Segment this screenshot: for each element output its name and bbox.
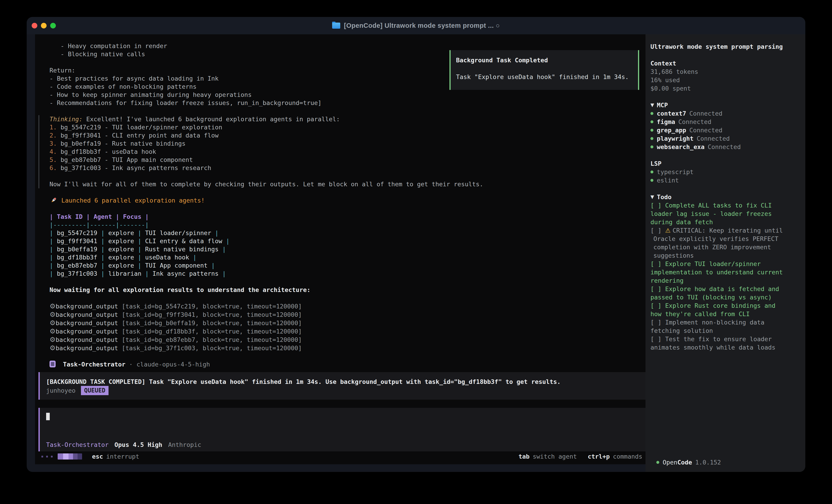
prompt-input[interactable]: Task-Orchestrator Opus 4.5 High Anthropi… [38,408,646,451]
folder-icon [332,23,340,29]
text-segment: | [97,246,108,253]
background-task-completed-panel: [BACKGROUND TASK COMPLETED] Task "Explor… [38,372,646,400]
text-segment: 6. [50,164,60,171]
mcp-name: context7 [657,109,686,118]
terminal-line [35,352,646,360]
mcp-status: Connected [690,126,722,134]
mcp-item: context7Connected [650,109,805,118]
terminal-line: 4. bg_df18bb3f - useData hook [38,148,646,156]
todo-item: [ ] Complete ALL tasks to fix CLI loader… [650,201,788,226]
terminal-line: ⚙background_output [task_id=bg_37f1c003,… [35,344,646,352]
todo-heading: Todo [657,193,672,201]
titlebar[interactable]: [OpenCode] Ultrawork mode system prompt … [27,17,805,34]
input-footer: Task-Orchestrator Opus 4.5 High Anthropi… [46,441,639,448]
text-segment: background_output [56,336,122,343]
lsp-heading: LSP [650,160,805,168]
text-segment: | [218,246,226,253]
todo-item: [ ] Explore Rust core bindings and how t… [650,302,788,318]
mcp-heading: MCP [657,101,668,109]
minimize-button[interactable] [41,23,47,28]
text-segment: - Blocking native calls [50,51,145,58]
text-segment: CLI entry & data flow [145,237,222,245]
terminal-line: ⚙background_output [task_id=bg_b0effa19,… [35,319,646,327]
background-task-toast[interactable]: Background Task Completed Task "Explore … [449,50,639,90]
todo-text: Explore Rust core bindings and how they'… [650,302,779,317]
text-segment: Ink async patterns [152,270,218,277]
text-segment: background_output [56,344,122,352]
text-segment: | [218,270,226,277]
text-segment: bg_37f1c003 [57,270,98,277]
text-segment: | [50,237,57,245]
window-title: [OpenCode] Ultrawork mode system prompt … [344,22,500,29]
terminal-line: 2. bg_f9ff3041 - CLI entry point and dat… [38,132,646,140]
mcp-section-header[interactable]: ▼ MCP [650,101,805,109]
terminal-line: - Recommendations for fixing loader free… [35,99,646,107]
toast-body: Task "Explore useData hook" finished in … [456,73,632,81]
queued-badge: QUEUED [81,386,108,395]
terminal-line [35,278,646,286]
brand-code: Code [677,458,692,467]
todo-section-header[interactable]: ▼ Todo [650,193,805,201]
todo-checkbox: [ ] [650,336,665,342]
zoom-button[interactable] [50,23,56,28]
text-segment: explore [108,262,134,269]
terminal-pane[interactable]: - Heavy computation in render - Blocking… [35,34,646,464]
todo-checkbox: [ ] [650,227,665,234]
text-segment: | [189,254,197,261]
text-segment: background_output [56,328,122,335]
terminal-line: Now I'll wait for all of them to complet… [38,180,646,188]
terminal-line: | bg_f9ff3041 | explore | CLI entry & da… [35,237,646,245]
toast-title: Background Task Completed [456,56,632,64]
agent-name: Task-Orchestrator [46,441,108,448]
text-segment: | [211,229,218,236]
spacer [650,92,805,101]
app-version: 1.0.152 [695,458,721,467]
text-segment: Launched 6 parallel exploration agents! [58,197,205,204]
terminal-line [35,188,646,196]
username: junhoyeo [46,386,76,395]
text-segment: | [50,246,57,253]
terminal-line [35,107,646,115]
text-segment: explore [108,246,134,253]
spinner-segment [78,453,82,459]
text-segment: | [134,229,145,236]
warning-icon: ⚠ [665,227,673,234]
text-segment: Return: [50,67,75,74]
spacer [650,151,805,160]
text-segment: - How to keep spinner animating during h… [50,91,252,98]
todo-text: Complete ALL tasks to fix CLI loader lag… [650,202,776,226]
text-segment: bg_5547c219 - TUI loader/spinner explora… [60,124,222,131]
close-button[interactable] [32,23,37,28]
chevron-down-icon: ▼ [650,193,654,201]
text-segment: - Best practices for async data loading … [50,75,218,82]
text-segment: background_output [56,311,122,318]
terminal-line: ⚙background_output [task_id=bg_eb87ebb7,… [35,336,646,344]
text-segment: | [97,237,108,245]
chevron-down-icon: ▼ [650,101,654,109]
status-dot-icon [650,179,653,182]
todo-text: Test the fix to ensure loader animates s… [650,336,776,351]
status-right: tab switch agent ctrl+p commands [519,453,642,460]
spinner-dot [42,456,43,457]
text-segment: bg_f9ff3041 [57,237,98,245]
terminal-line: 3. bg_b0effa19 - Rust native bindings [38,140,646,148]
lsp-list: typescripteslint [650,168,805,185]
text-segment: 5. [50,156,60,163]
text-segment: | [134,254,145,261]
terminal-line [38,172,646,180]
text-segment: [task_id=bg_5547c219, block=true, timeou… [122,303,302,310]
terminal-line: | bg_37f1c003 | librarian | Ink async pa… [35,270,646,278]
text-segment: [task_id=bg_b0effa19, block=true, timeou… [122,319,302,327]
text-segment: explore [108,229,134,236]
text-segment: ⚙ [50,310,56,318]
terminal-line: ⚙background_output [task_id=bg_5547c219,… [35,302,646,310]
mcp-name: playwright [657,134,694,143]
mcp-name: figma [657,118,675,126]
status-dot-icon [650,112,653,115]
text-segment: background_output [56,319,122,327]
terminal-line [35,294,646,302]
todo-checkbox: [ ] [650,202,665,209]
text-segment: [task_id=bg_f9ff3041, block=true, timeou… [122,311,302,318]
mcp-status: Connected [690,109,722,118]
spinner-segment [63,453,69,459]
